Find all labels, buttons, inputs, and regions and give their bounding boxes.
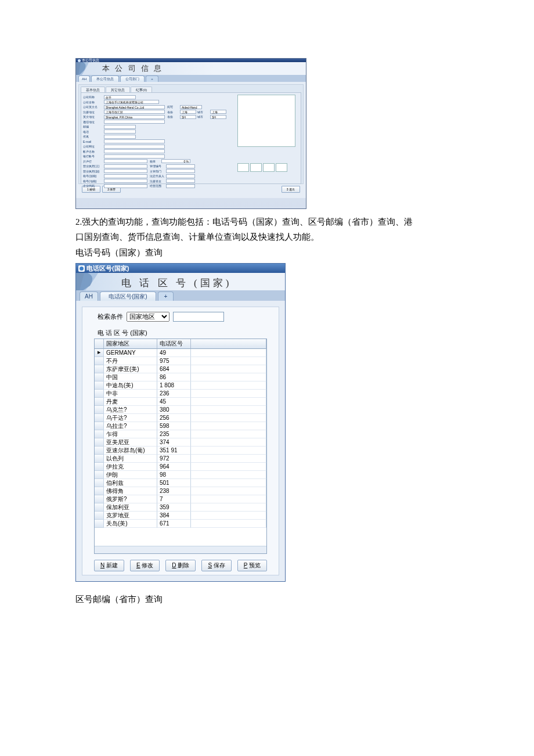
col-country[interactable]: 国家地区 [104,339,157,349]
input-addr[interactable]: 上海市徐汇区 [104,110,165,114]
input-addr-en[interactable]: Shanghai, P.R.China [104,115,165,119]
input-dept[interactable] [166,169,195,173]
input-abbr-en[interactable]: Aided-Hand [180,105,202,109]
row-selector[interactable] [95,365,104,373]
row-selector[interactable] [95,479,104,487]
grid-scroll[interactable] [95,546,266,553]
table-row[interactable]: 伊朗98 [95,471,266,479]
subtab-basic[interactable]: 基本信息 [81,87,105,92]
row-selector[interactable] [95,471,104,479]
input-taxn[interactable] [104,174,147,178]
table-row[interactable]: 亚美尼亚374 [95,438,266,447]
table-row[interactable]: 保加利亚359 [95,503,266,512]
table-row[interactable]: 亚速尔群岛(葡)351 91 [95,447,266,455]
row-selector[interactable] [95,495,104,503]
row-selector[interactable] [95,447,104,455]
input-scope[interactable] [166,184,195,188]
input-abbr[interactable]: 佐手 [104,95,136,99]
row-selector[interactable] [95,463,104,471]
table-row[interactable]: 不丹975 [95,357,266,365]
save-button[interactable]: S 保存 [201,560,231,571]
table-row[interactable]: 乌干达?256 [95,414,266,422]
delete-button[interactable]: D 删除 [165,560,196,571]
input-acct[interactable] [104,149,165,153]
thumb[interactable] [237,163,249,172]
row-selector[interactable] [95,520,104,528]
image-placeholder[interactable] [237,95,295,147]
table-row[interactable]: 乍得235 [95,430,266,438]
input-bank[interactable] [104,159,147,163]
row-selector[interactable] [95,357,104,365]
input-province2[interactable]: SH [180,115,196,119]
table-row[interactable]: 东萨摩亚(美)684 [95,365,266,373]
table-row[interactable]: 中途岛(美)1 808 [95,381,266,390]
input-code[interactable] [104,184,147,188]
tab2-plus[interactable]: + [158,291,174,301]
row-selector[interactable] [95,398,104,406]
edit-button[interactable]: E 修改 [130,560,160,571]
row-selector[interactable] [95,487,104,495]
row-selector[interactable] [95,381,104,390]
input-city[interactable]: 上海 [210,110,226,114]
row-selector[interactable] [95,512,104,520]
tab-company-dept[interactable]: 公司部门 [120,75,145,82]
row-selector[interactable] [95,422,104,430]
input-fax[interactable] [104,135,136,139]
thumb[interactable] [276,163,287,172]
input-tel[interactable] [104,129,136,134]
exit-button[interactable]: 3 退出 [282,186,300,193]
table-row[interactable]: 伊拉克964 [95,463,266,471]
row-selector[interactable] [95,414,104,422]
row-selector[interactable] [95,390,104,398]
input-post[interactable] [104,125,136,129]
input-rate[interactable]: 0 % [161,159,190,163]
input-bankacct[interactable] [104,154,165,159]
row-selector[interactable] [95,438,104,447]
row-selector[interactable] [95,373,104,381]
tab-plus[interactable]: + [146,75,158,82]
input-city2[interactable]: SH [210,115,226,119]
subtab-other[interactable]: 其它信息 [106,87,130,92]
input-full[interactable]: 上海佐手计算机科技有限公司 [104,100,159,104]
window2-titlebar[interactable]: 电话区号(国家) [76,264,285,273]
input-email[interactable] [104,139,165,143]
new-button[interactable]: N 新建 [94,560,124,571]
tab2-ah[interactable]: AH [80,291,98,301]
input-lic1[interactable] [104,164,147,168]
table-row[interactable]: 中国86 [95,373,266,381]
table-row[interactable]: 乌克兰?380 [95,406,266,414]
input-legal[interactable] [166,174,195,178]
row-selector[interactable] [95,430,104,438]
table-row[interactable]: 丹麦45 [95,398,266,406]
subtab-records[interactable]: 纪事(0) [131,87,152,92]
table-row[interactable]: 佛得角238 [95,487,266,495]
preview-button[interactable]: P 预览 [237,560,267,571]
table-row[interactable]: 乌拉圭?598 [95,422,266,430]
input-province[interactable]: 上海 [180,110,196,114]
input-web[interactable] [104,145,165,149]
table-row[interactable]: 伯利兹501 [95,479,266,487]
search-select[interactable]: 国家地区 [127,312,169,322]
thumb[interactable] [250,163,262,172]
input-taxl[interactable] [104,179,147,183]
row-selector[interactable] [95,406,104,414]
thumb[interactable] [263,163,275,172]
row-selector[interactable] [95,349,104,357]
tab2-main[interactable]: 电话区号(国家) [100,291,156,301]
tab-ah[interactable]: AH [78,75,90,82]
table-row[interactable]: 中非236 [95,390,266,398]
input-regcap[interactable] [166,179,195,183]
input-mail[interactable] [104,120,165,124]
search-input[interactable] [173,312,224,322]
row-selector[interactable] [95,455,104,463]
table-row[interactable]: GERMANY49 [95,349,266,357]
tab-company-info[interactable]: 本公司信息 [91,75,119,82]
col-code[interactable]: 电话区号 [157,339,191,349]
row-selector[interactable] [95,503,104,512]
input-mgmt[interactable] [166,164,195,168]
table-row[interactable]: 克罗地亚384 [95,512,266,520]
input-en[interactable]: Shanghai Aided-Hand Co.,Ltd [104,105,165,109]
input-lic2[interactable] [104,169,147,173]
table-row[interactable]: 关岛(美)671 [95,520,266,528]
table-row[interactable]: 以色列972 [95,455,266,463]
